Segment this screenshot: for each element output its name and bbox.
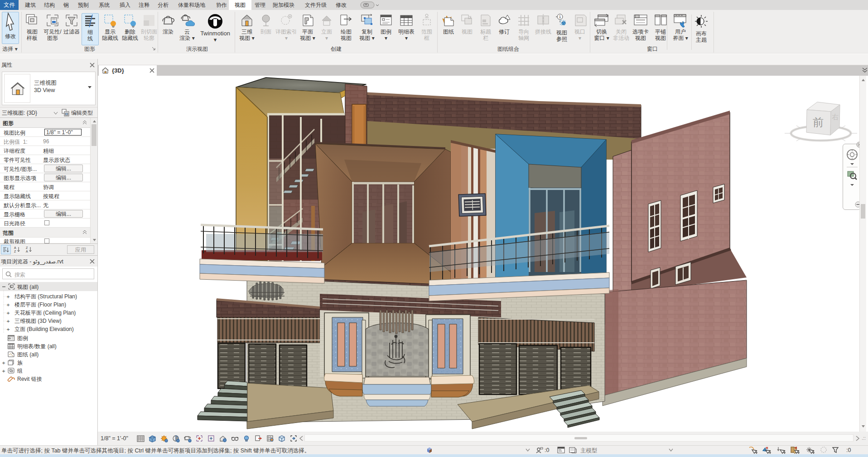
svg-text::0: :0 [846, 447, 851, 453]
svg-text:A: A [14, 246, 16, 249]
svg-text:Z: Z [14, 250, 16, 253]
svg-text:1: 1 [559, 15, 561, 19]
svg-text:前: 前 [813, 116, 824, 128]
svg-text:Z: Z [26, 246, 28, 249]
svg-text:右: 右 [832, 113, 839, 121]
svg-text:A: A [26, 250, 28, 253]
